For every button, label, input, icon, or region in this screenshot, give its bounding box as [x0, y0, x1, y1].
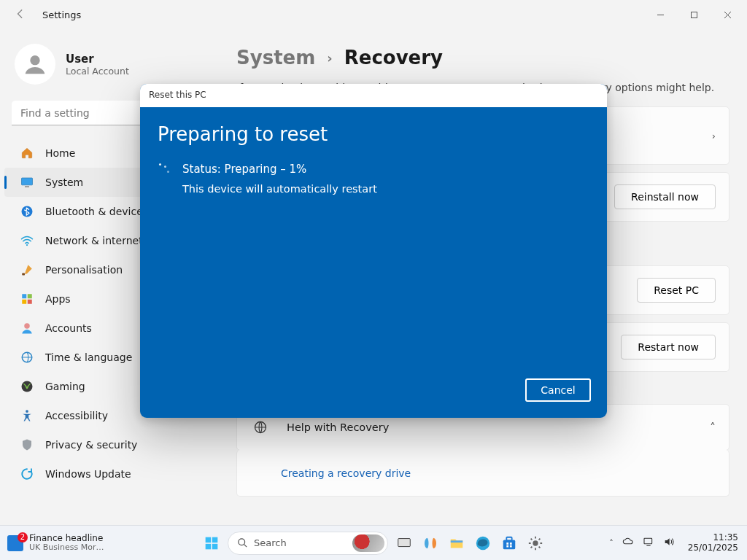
svg-point-1 [30, 55, 39, 65]
svg-rect-31 [510, 542, 512, 545]
onedrive-icon[interactable] [622, 536, 634, 551]
nav-label: Accessibility [45, 410, 108, 421]
search-highlight-icon [352, 534, 384, 552]
maximize-button[interactable] [677, 0, 711, 29]
tray-overflow-icon[interactable]: ˄ [609, 538, 614, 548]
svg-rect-9 [22, 294, 26, 298]
svg-point-13 [24, 323, 30, 329]
xbox-icon [20, 380, 34, 393]
settings-taskbar-icon[interactable] [525, 533, 546, 553]
network-tray-icon[interactable] [643, 536, 654, 551]
nav-label: Time & language [45, 351, 132, 363]
svg-rect-29 [506, 537, 511, 540]
news-icon: 2 [7, 535, 23, 551]
modal-sub: This device will automatically restart [158, 183, 589, 195]
nav-label: Apps [45, 293, 71, 305]
profile-subtitle: Local Account [66, 66, 129, 77]
spinner-icon [158, 163, 171, 176]
svg-rect-10 [28, 294, 32, 298]
back-icon[interactable] [12, 9, 29, 21]
window-title: Settings [42, 9, 81, 20]
explorer-icon[interactable] [446, 533, 467, 553]
taskbar-news[interactable]: 2 Finance headline UK Business Mor… [0, 526, 112, 560]
nav-update[interactable]: Windows Update [4, 459, 214, 489]
window-controls [643, 0, 744, 29]
svg-point-15 [22, 381, 33, 392]
svg-rect-8 [22, 273, 25, 276]
shield-icon [20, 438, 34, 451]
system-icon [20, 176, 34, 189]
nav-label: Accounts [45, 322, 92, 334]
recovery-drive-link[interactable]: Creating a recovery drive [281, 467, 411, 479]
svg-rect-28 [503, 540, 516, 549]
store-icon[interactable] [499, 533, 519, 553]
volume-icon[interactable] [663, 536, 675, 551]
reset-pc-button[interactable]: Reset PC [637, 278, 716, 303]
svg-rect-5 [25, 186, 29, 187]
nav-label: Home [45, 147, 75, 159]
copilot-icon[interactable] [420, 533, 441, 553]
chevron-right-icon: › [712, 131, 716, 141]
svg-rect-32 [506, 545, 508, 547]
svg-rect-18 [206, 537, 212, 542]
svg-rect-21 [212, 543, 218, 549]
taskbar-search[interactable]: Search [228, 532, 388, 555]
reset-modal: Reset this PC Preparing to reset Status:… [140, 84, 607, 418]
svg-rect-12 [28, 300, 32, 304]
svg-rect-33 [510, 545, 512, 547]
modal-titlebar: Reset this PC [140, 84, 607, 107]
nav-label: Windows Update [45, 468, 131, 480]
svg-rect-26 [451, 540, 463, 542]
accessibility-icon [20, 409, 34, 422]
help-link-row: Creating a recovery drive [236, 450, 729, 497]
breadcrumb: System › Recovery [236, 47, 729, 69]
reinstall-now-button[interactable]: Reinstall now [614, 184, 716, 209]
task-view-icon[interactable] [394, 533, 414, 553]
news-badge: 2 [18, 532, 28, 542]
svg-rect-11 [22, 300, 26, 304]
svg-point-16 [26, 410, 28, 413]
home-icon [20, 147, 34, 160]
minimize-button[interactable] [643, 0, 677, 29]
profile-name: User [66, 52, 129, 66]
restart-now-button[interactable]: Restart now [621, 335, 716, 359]
chevron-up-icon: ˄ [710, 421, 716, 435]
chevron-right-icon: › [327, 50, 332, 66]
modal-status: Status: Preparing – 1% [182, 163, 306, 176]
avatar [15, 44, 55, 85]
person-icon [20, 322, 34, 335]
start-button[interactable] [201, 533, 222, 553]
svg-rect-19 [212, 537, 218, 542]
close-button[interactable] [711, 0, 744, 29]
system-tray[interactable]: ˄ 11:35 25/01/2025 [600, 526, 747, 560]
edge-icon[interactable] [473, 533, 493, 553]
news-sub: UK Business Mor… [29, 543, 104, 552]
svg-rect-20 [206, 543, 212, 549]
svg-rect-3 [22, 178, 33, 185]
svg-rect-30 [506, 542, 508, 545]
nav-label: System [45, 176, 83, 188]
bluetooth-icon [20, 205, 34, 218]
taskbar-clock[interactable]: 11:35 25/01/2025 [684, 533, 738, 553]
svg-point-22 [239, 539, 245, 545]
apps-icon [20, 292, 34, 306]
globe-clock-icon [20, 351, 34, 364]
globe-icon [250, 420, 271, 435]
svg-point-34 [533, 540, 538, 545]
nav-label: Gaming [45, 381, 85, 392]
breadcrumb-current: Recovery [344, 47, 443, 69]
nav-privacy[interactable]: Privacy & security [4, 430, 214, 459]
clock-date: 25/01/2025 [688, 543, 738, 553]
svg-point-7 [26, 244, 28, 246]
nav-label: Privacy & security [45, 439, 137, 451]
nav-label: Bluetooth & devices [45, 206, 148, 217]
breadcrumb-parent[interactable]: System [236, 47, 315, 69]
help-title: Help with Recovery [287, 421, 710, 433]
titlebar: Settings [0, 0, 747, 29]
taskbar: 2 Finance headline UK Business Mor… Sear… [0, 525, 747, 560]
svg-rect-0 [691, 12, 697, 18]
wifi-icon [20, 234, 34, 247]
modal-heading: Preparing to reset [158, 123, 589, 145]
cancel-button[interactable]: Cancel [525, 378, 591, 402]
nav-label: Personalisation [45, 264, 123, 276]
